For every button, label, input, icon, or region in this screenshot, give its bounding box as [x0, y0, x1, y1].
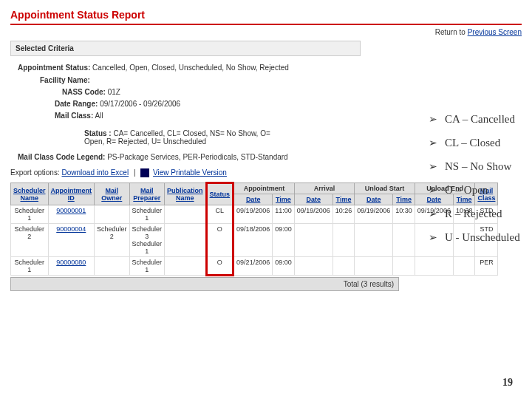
cell-publication	[165, 224, 207, 257]
separator: |	[131, 168, 139, 177]
cell-mail-preparer: Scheduler 3 Scheduler 1	[129, 224, 165, 257]
criteria-label: NASS Code:	[62, 88, 106, 96]
cell-us-date: 09/19/2006	[355, 205, 393, 224]
cell-mail-class: PER	[475, 257, 498, 276]
total-bar: Total (3 results)	[10, 277, 399, 291]
bullet-arrow-icon: ➢	[429, 160, 437, 172]
return-link[interactable]: Previous Screen	[468, 28, 522, 36]
cell-appt-date: 09/21/2006	[233, 257, 273, 276]
cell-mail-preparer: Scheduler 1	[129, 257, 165, 276]
cell-arr-time: 10:26	[332, 205, 355, 224]
col-arrival: Arrival	[294, 183, 355, 194]
cell-appt-time: 11:00	[273, 205, 295, 224]
criteria-facility: Facility Name:	[40, 75, 522, 86]
cell-us-date	[355, 257, 393, 276]
bullet-arrow-icon: ➢	[429, 208, 437, 219]
legend-item: ➢CA – Cancelled	[429, 107, 520, 131]
cell-mail-owner: Scheduler 2	[95, 224, 130, 257]
cell-mail-preparer: Scheduler 1	[129, 205, 165, 224]
cell-scheduler: Scheduler 2	[11, 224, 49, 257]
status-legend-list: ➢CA – Cancelled➢CL – Closed➢NS – No Show…	[399, 107, 520, 249]
col-arr-date[interactable]: Date	[294, 194, 332, 205]
legend-item: ➢NS – No Show	[429, 154, 520, 178]
col-publication[interactable]: Publication Name	[165, 183, 207, 205]
return-link-prefix: Return to	[435, 28, 468, 36]
bullet-arrow-icon: ➢	[429, 137, 437, 149]
selected-criteria-header: Selected Criteria	[10, 41, 361, 56]
criteria-value: All	[95, 112, 103, 120]
col-status[interactable]: Status	[206, 183, 233, 205]
col-mail-owner[interactable]: Mail Owner	[95, 183, 130, 205]
cell-ue-time	[453, 257, 475, 276]
criteria-appt-status: Appointment Status: Cancelled, Open, Clo…	[18, 64, 522, 72]
criteria-value: PS-Package Services, PER-Periodicals, ST…	[107, 153, 288, 161]
return-link-row: Return to Previous Screen	[10, 28, 522, 36]
cell-publication	[165, 205, 207, 224]
cell-status: O	[206, 224, 233, 257]
cell-mail-owner	[95, 257, 130, 276]
criteria-label: Facility Name:	[40, 76, 90, 84]
legend-item: ➢R – Rejected	[429, 202, 520, 225]
cell-scheduler: Scheduler 1	[11, 257, 49, 276]
cell-publication	[165, 257, 207, 276]
view-printable-link[interactable]: View Printable Version	[153, 168, 227, 177]
criteria-label: Mail Class:	[55, 112, 93, 120]
criteria-label: Date Range:	[55, 100, 98, 108]
cell-us-time	[393, 257, 415, 276]
cell-ue-date	[415, 257, 453, 276]
print-icon	[140, 168, 149, 177]
criteria-value: 01Z	[108, 88, 120, 96]
col-appt-date[interactable]: Date	[233, 194, 273, 205]
bullet-arrow-icon: ➢	[429, 231, 437, 243]
cell-appt-id[interactable]: 90000004	[48, 224, 95, 257]
bullet-arrow-icon: ➢	[429, 113, 437, 125]
col-appt-id[interactable]: Appointment ID	[48, 183, 95, 205]
cell-appt-id[interactable]: 90000001	[48, 205, 95, 224]
legend-item: ➢O – Open	[429, 178, 520, 202]
bullet-arrow-icon: ➢	[429, 184, 437, 196]
criteria-value: CA= Cancelled, CL= Closed, NS= No Show, …	[84, 129, 270, 146]
cell-mail-owner	[95, 205, 130, 224]
cell-arr-date: 09/19/2006	[294, 205, 332, 224]
cell-appt-time: 09:00	[273, 257, 295, 276]
page-title: Appointment Status Report	[10, 9, 522, 25]
cell-arr-time	[332, 224, 355, 257]
criteria-label: Status :	[84, 129, 112, 137]
col-appt-time[interactable]: Time	[273, 194, 295, 205]
col-arr-time[interactable]: Time	[332, 194, 355, 205]
cell-arr-time	[332, 257, 355, 276]
cell-appt-date: 09/18/2006	[233, 224, 273, 257]
col-us-date[interactable]: Date	[355, 194, 393, 205]
criteria-value: Cancelled, Open, Closed, Unscheduled, No…	[92, 64, 289, 72]
col-scheduler[interactable]: Scheduler Name	[11, 183, 49, 205]
col-mail-preparer[interactable]: Mail Preparer	[129, 183, 165, 205]
cell-appt-id[interactable]: 90000080	[48, 257, 95, 276]
col-appointment: Appointment	[233, 183, 295, 194]
cell-appt-time: 09:00	[273, 224, 295, 257]
cell-status: CL	[206, 205, 233, 224]
legend-item: ➢CL – Closed	[429, 131, 520, 154]
legend-item: ➢U - Unscheduled	[429, 225, 520, 249]
cell-scheduler: Scheduler 1	[11, 205, 49, 224]
criteria-nass: NASS Code: 01Z	[62, 86, 522, 98]
export-label: Export options:	[10, 168, 60, 177]
cell-us-date	[355, 224, 393, 257]
cell-appt-date: 09/19/2006	[233, 205, 273, 224]
cell-status: O	[206, 257, 233, 276]
cell-arr-date	[294, 257, 332, 276]
cell-arr-date	[294, 224, 332, 257]
criteria-value: 09/17/2006 - 09/26/2006	[100, 100, 180, 108]
criteria-status-codes: Status : CA= Cancelled, CL= Closed, NS= …	[84, 129, 291, 146]
export-excel-link[interactable]: Download into Excel	[62, 168, 129, 177]
criteria-label: Mail Class Code Legend:	[18, 153, 105, 161]
criteria-label: Appointment Status:	[18, 64, 90, 72]
table-row: Scheduler 190000080Scheduler 1O09/21/200…	[11, 257, 498, 276]
